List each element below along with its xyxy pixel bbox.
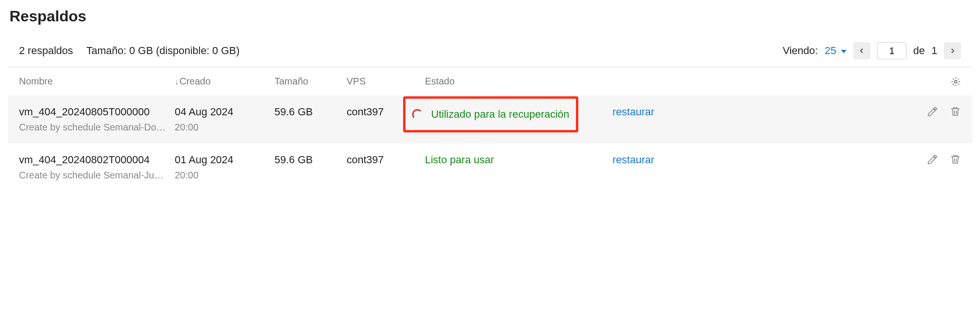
edit-icon[interactable] — [927, 154, 938, 165]
backup-description: Create by schedule Semanal-Domi… — [19, 122, 166, 133]
prev-page-button[interactable] — [853, 42, 870, 59]
gear-icon[interactable] — [951, 76, 961, 87]
restore-button[interactable]: restaurar — [612, 154, 654, 166]
backup-description: Create by schedule Semanal-Juev… — [19, 170, 166, 181]
status-text: Utilizado para la recuperación — [431, 108, 569, 121]
backup-vps: cont397 — [347, 154, 425, 166]
col-header-status[interactable]: Estado — [425, 76, 612, 87]
viewing-label: Viendo: — [782, 45, 818, 57]
col-header-name[interactable]: Nombre — [19, 76, 175, 87]
backup-size: 59.6 GB — [274, 106, 347, 118]
page-title: Respaldos — [8, 8, 972, 25]
pagination-of-label: de — [913, 45, 924, 57]
backup-name: vm_404_20240802T000004 — [19, 154, 166, 166]
chevron-down-icon — [841, 50, 847, 53]
restore-button[interactable]: restaurar — [612, 106, 654, 118]
col-header-created[interactable]: ↓Creado — [175, 76, 274, 87]
status-highlight-box: Utilizado para la recuperación — [403, 96, 578, 132]
backup-size-summary: Tamaño: 0 GB (disponible: 0 GB) — [86, 45, 240, 57]
svg-point-0 — [954, 80, 957, 83]
created-time: 20:00 — [175, 170, 274, 181]
next-page-button[interactable] — [944, 42, 961, 59]
trash-icon[interactable] — [950, 106, 961, 117]
sort-desc-icon: ↓ — [175, 78, 179, 86]
backup-count: 2 respaldos — [19, 45, 73, 57]
created-date: 04 Aug 2024 — [175, 106, 274, 118]
created-time: 20:00 — [175, 122, 274, 133]
trash-icon[interactable] — [950, 154, 961, 165]
backups-table: Nombre ↓Creado Tamaño VPS Estado vm_404_… — [8, 67, 972, 191]
backup-size: 59.6 GB — [274, 154, 347, 166]
edit-icon[interactable] — [927, 106, 938, 117]
backup-name: vm_404_20240805T000000 — [19, 106, 166, 118]
toolbar: 2 respaldos Tamaño: 0 GB (disponible: 0 … — [8, 42, 972, 67]
page-input[interactable] — [877, 42, 906, 59]
table-row: vm_404_20240802T000004 Create by schedul… — [8, 143, 972, 191]
table-header: Nombre ↓Creado Tamaño VPS Estado — [8, 67, 972, 95]
pagination-total: 1 — [932, 45, 937, 57]
table-row: vm_404_20240805T000000 Create by schedul… — [8, 95, 972, 143]
col-header-vps[interactable]: VPS — [347, 76, 425, 87]
loading-spinner-icon — [412, 109, 423, 120]
status-text: Listo para usar — [425, 154, 494, 166]
per-page-select[interactable]: 25 — [825, 45, 847, 57]
created-date: 01 Aug 2024 — [175, 154, 274, 166]
col-header-size[interactable]: Tamaño — [274, 76, 347, 87]
